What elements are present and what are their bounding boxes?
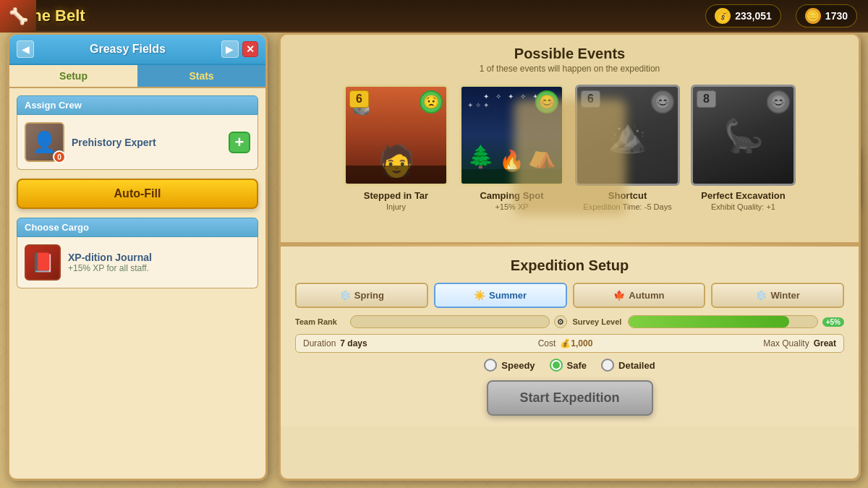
- event-desc-tar: Injury: [344, 202, 448, 211]
- duration-detail: Duration 7 days: [303, 338, 367, 348]
- detailed-label: Detailed: [618, 360, 655, 371]
- event-card-tar[interactable]: 🪨 🌵 🧑 6 😟 Stepped in Tar Injury: [344, 85, 448, 211]
- events-grid: 🪨 🌵 🧑 6 😟 Stepped in Tar Injury: [292, 85, 848, 211]
- events-container: 🪨 🌵 🧑 6 😟 Stepped in Tar Injury: [292, 85, 848, 211]
- event-card-shortcut[interactable]: 🏔️ 6 😊 Shortcut Expedition Time: -5 Days: [575, 85, 680, 211]
- main-content: Possible Events 1 of these events will h…: [278, 33, 861, 481]
- season-autumn-button[interactable]: 🍁 Autumn: [573, 283, 706, 308]
- duration-label: Duration: [303, 338, 336, 348]
- tab-stats[interactable]: Stats: [137, 65, 265, 87]
- autumn-icon: 🍁: [613, 290, 625, 301]
- left-panel-header: ◀ Greasy Fields ▶ ✕: [9, 35, 265, 65]
- location-title: Greasy Fields: [90, 43, 166, 56]
- cargo-icon: 📕: [25, 244, 61, 281]
- speedy-label: Speedy: [501, 360, 535, 371]
- safe-label: Safe: [567, 360, 587, 371]
- cost-value: 💰1,000: [560, 338, 592, 348]
- detailed-radio: [601, 359, 614, 372]
- mode-buttons: Speedy Safe Detailed: [295, 359, 844, 372]
- mode-speedy[interactable]: Speedy: [484, 359, 535, 372]
- close-panel-button[interactable]: ✕: [242, 41, 258, 57]
- location-thumbnail: 🦴: [0, 0, 36, 33]
- survey-level-fill-container: [628, 315, 818, 328]
- spring-label: Spring: [354, 290, 384, 301]
- team-rank-fill-container: [350, 315, 550, 328]
- survey-level-bar: Survey Level +5%: [573, 315, 845, 328]
- event-desc-camp: +15% XP: [459, 202, 564, 211]
- event-card-camp[interactable]: ✦ ✧ ✦ ✧ ✦ ✦ ✧ ✦ 🌲 🔥 ⛺ 😊 Camping Spot +15…: [459, 85, 564, 211]
- gold-value: 233,051: [735, 10, 772, 22]
- season-buttons: ❄️ Spring ☀️ Summer 🍁 Autumn ❄️ Winter: [295, 283, 844, 308]
- cost-label: Cost: [538, 338, 556, 348]
- speedy-radio: [484, 359, 497, 372]
- left-panel: ◀ Greasy Fields ▶ ✕ Setup Stats Assign C…: [7, 33, 268, 481]
- autumn-label: Autumn: [629, 290, 664, 301]
- season-summer-button[interactable]: ☀️ Summer: [434, 283, 567, 308]
- quality-label: Max Quality: [763, 338, 809, 348]
- event-name-excavation: Perfect Excavation: [691, 190, 796, 201]
- choose-cargo-header: Choose Cargo: [17, 218, 258, 237]
- duration-value: 7 days: [340, 338, 367, 348]
- survey-level-fill: [629, 316, 789, 328]
- mode-detailed[interactable]: Detailed: [601, 359, 655, 372]
- quality-detail: Max Quality Great: [763, 338, 836, 348]
- quality-value: Great: [814, 338, 836, 348]
- start-expedition-button[interactable]: Start Expedition: [487, 380, 653, 416]
- currencies-container: 💰 233,051 🪙 1730: [705, 4, 857, 27]
- winter-label: Winter: [770, 290, 799, 301]
- event-name-camp: Camping Spot: [459, 190, 564, 201]
- event-number-shortcut: 6: [581, 90, 600, 108]
- gold-currency: 💰 233,051: [705, 4, 781, 27]
- event-desc-shortcut: Expedition Time: -5 Days: [575, 202, 680, 211]
- safe-radio: [550, 359, 563, 372]
- cargo-info: XP-dition Journal +15% XP for all staff.: [68, 252, 152, 273]
- team-rank-icon: ⚙: [554, 315, 567, 328]
- event-face-shortcut: 😊: [651, 90, 674, 114]
- assign-crew-header: Assign Crew: [17, 95, 258, 115]
- cargo-item: 📕 XP-dition Journal +15% XP for all staf…: [25, 244, 250, 281]
- assign-crew-body: 👤 0 Prehistory Expert +: [17, 115, 258, 170]
- survey-level-label: Survey Level: [573, 317, 624, 326]
- cost-detail: Cost 💰1,000: [538, 338, 593, 348]
- left-panel-tabs: Setup Stats: [9, 65, 265, 88]
- events-subtitle: 1 of these events will happen on the exp…: [292, 64, 848, 74]
- crew-name: Prehistory Expert: [72, 137, 221, 148]
- expedition-setup: Expedition Setup ❄️ Spring ☀️ Summer 🍁 A…: [281, 247, 859, 427]
- event-img-tar: 🪨 🌵 🧑 6 😟: [344, 85, 448, 186]
- season-winter-button[interactable]: ❄️ Winter: [711, 283, 844, 308]
- choose-cargo-body: 📕 XP-dition Journal +15% XP for all staf…: [17, 237, 258, 288]
- event-face-tar: 😟: [420, 90, 443, 114]
- events-title: Possible Events: [292, 46, 848, 62]
- gem-value: 1730: [825, 10, 848, 22]
- prev-location-button[interactable]: ◀: [17, 40, 34, 58]
- event-name-tar: Stepped in Tar: [344, 190, 448, 201]
- event-desc-excavation: Exhibit Quality: +1: [691, 202, 796, 211]
- next-location-button[interactable]: ▶: [221, 40, 239, 58]
- season-spring-button[interactable]: ❄️ Spring: [295, 283, 428, 308]
- crew-avatar: 👤 0: [25, 122, 64, 162]
- event-name-shortcut: Shortcut: [575, 190, 680, 201]
- event-img-shortcut: 🏔️ 6 😊: [575, 85, 680, 186]
- gold-icon: 💰: [715, 8, 731, 24]
- team-rank-label: Team Rank: [295, 317, 346, 326]
- add-crew-button[interactable]: +: [229, 132, 250, 153]
- event-img-excavation: 🦕 8 😊: [691, 85, 796, 186]
- setup-title: Expedition Setup: [295, 257, 844, 274]
- cargo-desc: +15% XP for all staff.: [68, 263, 152, 273]
- team-rank-bar: Team Rank ⚙: [295, 315, 567, 328]
- event-number-excavation: 8: [697, 90, 716, 108]
- event-card-excavation[interactable]: 🦕 8 😊 Perfect Excavation Exhibit Quality…: [691, 85, 796, 211]
- autofill-button[interactable]: Auto-Fill: [17, 179, 258, 209]
- cargo-name: XP-dition Journal: [68, 252, 152, 263]
- gem-currency: 🪙 1730: [796, 4, 857, 27]
- event-face-excavation: 😊: [767, 90, 790, 114]
- events-section: Possible Events 1 of these events will h…: [281, 35, 859, 244]
- survey-level-badge: +5%: [822, 317, 844, 327]
- mode-safe[interactable]: Safe: [550, 359, 587, 372]
- stat-bars: Team Rank ⚙ Survey Level +5%: [295, 315, 844, 328]
- winter-icon: ❄️: [755, 290, 767, 301]
- top-bar: 🦴 Bone Belt 💰 233,051 🪙 1730: [0, 0, 868, 33]
- spring-icon: ❄️: [339, 290, 351, 301]
- tab-setup[interactable]: Setup: [9, 65, 137, 87]
- crew-badge: 0: [53, 150, 66, 163]
